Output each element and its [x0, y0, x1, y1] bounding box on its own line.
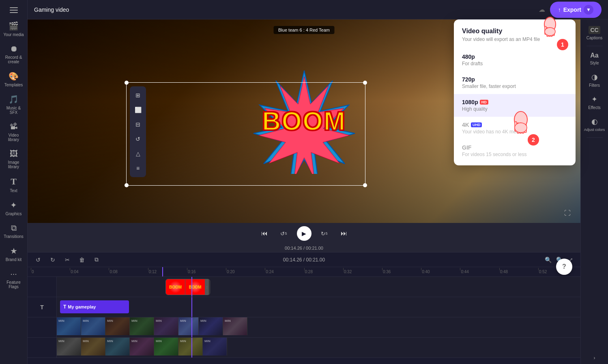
- ruler-mark-10: 0:40: [421, 270, 460, 274]
- sidebar-item-templates[interactable]: 🎨 Templates: [2, 68, 26, 90]
- text-track-content[interactable]: T My gameplay: [57, 297, 580, 317]
- quality-option-4k[interactable]: 4K UHD Your video has no 4K media: [454, 117, 576, 139]
- zoom-out-button[interactable]: 🔍: [543, 255, 553, 265]
- skip-forward-button[interactable]: ⏭: [337, 227, 350, 240]
- ruler-mark-1: 0:04: [70, 270, 109, 274]
- crop-tool[interactable]: ⊞: [131, 89, 144, 102]
- sidebar-item-video-library[interactable]: 📽 Video library: [2, 119, 26, 145]
- right-sidebar-item-captions[interactable]: CC Captions: [582, 23, 607, 43]
- export-dropdown-arrow[interactable]: ▼: [584, 5, 593, 15]
- quality-option-1080p[interactable]: 1080p HD High quality: [454, 94, 576, 117]
- skip-back-button[interactable]: ⏮: [258, 227, 271, 240]
- forward-5-button[interactable]: ↻5: [318, 227, 331, 240]
- collapse-right-icon[interactable]: ›: [594, 355, 595, 361]
- right-sidebar-divider-2: [587, 137, 603, 138]
- help-button[interactable]: ?: [556, 259, 572, 275]
- ruler-mark-5: 0:20: [226, 270, 265, 274]
- sidebar-item-record[interactable]: ⏺ Record &create: [2, 41, 26, 67]
- ruler-mark-2: 0:08: [109, 270, 148, 274]
- time-display: 00:14.26 / 00:21.00: [285, 246, 323, 251]
- quality-desc-480p: For drafts: [462, 61, 567, 66]
- timeline-tracks: BOOM BOOM ⋮ T: [28, 277, 580, 364]
- sidebar-item-music[interactable]: 🎵 Music & SFX: [2, 91, 26, 118]
- handle-top-left[interactable]: [125, 81, 129, 85]
- video-thumb-8: [223, 317, 247, 335]
- handle-bottom-right[interactable]: [363, 183, 367, 187]
- sticker-track-row: BOOM BOOM ⋮: [28, 277, 580, 297]
- sidebar-item-feature-flags[interactable]: ··· Feature Flags: [2, 266, 26, 292]
- handle-top-right[interactable]: [363, 81, 367, 85]
- text-clip[interactable]: T My gameplay: [60, 300, 129, 313]
- scoreboard: Blue team 6 : 4 Red Team: [273, 26, 335, 34]
- selection-box[interactable]: [126, 82, 365, 186]
- right-sidebar-item-adjust-colors[interactable]: ◐ Adjust colors: [582, 114, 607, 135]
- sidebar-item-your-media[interactable]: 🎬 Your media: [2, 18, 26, 40]
- sidebar-item-graphics[interactable]: ✦ Graphics: [2, 197, 26, 219]
- redo-button[interactable]: ↻: [47, 254, 58, 266]
- hamburger-menu[interactable]: [2, 3, 26, 17]
- play-pause-button[interactable]: ▶: [297, 226, 312, 241]
- sidebar-item-image-library[interactable]: 🖼 Image library: [2, 146, 26, 172]
- quality-desc-720p: Smaller file, faster export: [462, 84, 567, 89]
- transitions-icon: ⧉: [11, 223, 17, 233]
- timeline-time-label: 00:14.26 / 00:21.00: [283, 257, 325, 263]
- align-tool[interactable]: ≡: [131, 162, 144, 175]
- duplicate-button[interactable]: ⧉: [91, 254, 102, 266]
- video-thumb-1: [57, 317, 81, 335]
- ruler-mark-9: 0:36: [382, 270, 421, 274]
- fullscreen-button[interactable]: ⛶: [561, 207, 574, 220]
- quality-name-4k: 4K UHD: [462, 122, 567, 128]
- right-sidebar-item-filters[interactable]: ◑ Filters: [582, 69, 607, 91]
- cut-button[interactable]: ✂: [62, 254, 73, 266]
- undo-tool[interactable]: ↺: [131, 133, 144, 146]
- video-thumb2-2: [81, 338, 105, 355]
- video-library-icon: 📽: [10, 122, 18, 131]
- video-track-1-content[interactable]: [57, 317, 580, 337]
- adjust-colors-icon: ◐: [591, 117, 598, 126]
- playhead-video-track-2: [191, 338, 192, 358]
- filters-label: Filters: [589, 83, 600, 88]
- video-thumb-6: [178, 317, 199, 335]
- video-thumb2-3: [105, 338, 130, 355]
- text-track-row: T T My gameplay: [28, 297, 580, 317]
- quality-option-gif[interactable]: GIF For videos 15 seconds or less: [454, 139, 576, 162]
- delete-button[interactable]: 🗑: [76, 254, 88, 266]
- sticker-track-content[interactable]: BOOM BOOM ⋮: [57, 277, 580, 297]
- quality-title: Video quality: [454, 28, 576, 36]
- media-icon: 🎬: [9, 21, 19, 31]
- text-clip-label: My gameplay: [68, 304, 96, 309]
- edit-toolbar: ⊞ ⬜ ⊟ ↺ △ ≡: [130, 86, 146, 177]
- text-icon: T: [11, 176, 17, 187]
- rewind-5-button[interactable]: ↺5: [277, 227, 290, 240]
- undo-button[interactable]: ↺: [32, 254, 44, 266]
- sidebar-item-text[interactable]: T Text: [2, 173, 26, 196]
- video-track-2-content[interactable]: [57, 338, 580, 358]
- video-track-1-label: [28, 317, 57, 337]
- ruler-mark-3: 0:12: [148, 270, 187, 274]
- music-icon: 🎵: [9, 94, 19, 104]
- sidebar-item-transitions[interactable]: ⧉ Transitions: [2, 220, 26, 242]
- video-track-2-row: [28, 338, 580, 358]
- right-sidebar-item-style[interactable]: Aa Style: [582, 49, 607, 69]
- video-thumb2-5: [154, 338, 178, 355]
- sticker-clip[interactable]: BOOM BOOM ⋮: [165, 279, 210, 295]
- right-sidebar-item-effects[interactable]: ✦ Effects: [582, 92, 607, 113]
- quality-option-480p[interactable]: 480p For drafts: [454, 49, 576, 71]
- timeline-area: ↺ ↻ ✂ 🗑 ⧉ 00:14.26 / 00:21.00 🔍 🔍 ⤢: [28, 252, 580, 364]
- hamburger-line-1: [10, 7, 18, 8]
- ruler-marks: 0 0:04 0:08 0:12 0:16 0:20 0:24 0:28 0:3…: [31, 270, 577, 274]
- quality-option-720p[interactable]: 720p Smaller file, faster export: [454, 71, 576, 94]
- templates-icon: 🎨: [9, 71, 19, 81]
- sticker-grip[interactable]: ⋮: [205, 279, 209, 295]
- ruler-mark-6: 0:24: [265, 270, 304, 274]
- adjust-colors-label: Adjust colors: [584, 128, 605, 132]
- flip-tool[interactable]: ⊟: [131, 118, 144, 131]
- triangle-tool[interactable]: △: [131, 147, 144, 160]
- handle-bottom-left[interactable]: [125, 183, 129, 187]
- header: Gaming video ☁ ↑ Export ▼: [28, 0, 608, 19]
- text-track-icon: T: [40, 304, 44, 310]
- resize-tool[interactable]: ⬜: [131, 103, 144, 116]
- export-button[interactable]: ↑ Export ▼: [550, 2, 602, 18]
- sidebar-item-brand-kit[interactable]: ★ Brand kit: [2, 243, 26, 265]
- ruler-mark-0: 0: [31, 270, 70, 274]
